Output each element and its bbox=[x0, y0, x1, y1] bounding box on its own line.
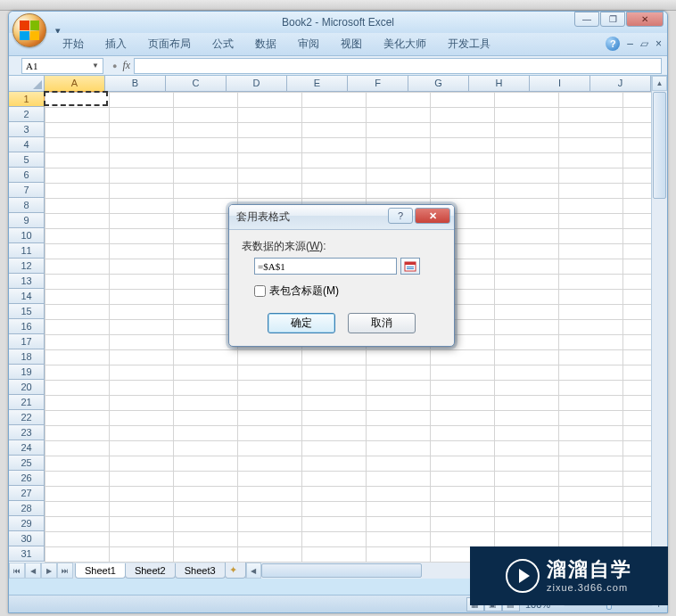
row-header[interactable]: 16 bbox=[9, 319, 45, 334]
titlebar: ▾ Book2 - Microsoft Excel — ❐ ✕ bbox=[9, 12, 667, 33]
column-header[interactable]: D bbox=[227, 76, 287, 92]
row-header[interactable]: 23 bbox=[9, 425, 45, 440]
tab-view[interactable]: 视图 bbox=[330, 33, 373, 55]
hscroll-thumb[interactable] bbox=[261, 563, 422, 578]
formula-expand-icon[interactable]: ● bbox=[112, 62, 117, 70]
dialog-close-button[interactable]: ✕ bbox=[415, 208, 450, 224]
row-header[interactable]: 18 bbox=[9, 349, 45, 365]
doc-close-icon[interactable]: × bbox=[655, 37, 662, 50]
column-header[interactable]: B bbox=[105, 76, 166, 92]
source-label: 表数据的来源(W): bbox=[242, 239, 441, 254]
column-header[interactable]: C bbox=[166, 76, 227, 92]
scroll-up-icon[interactable]: ▲ bbox=[652, 76, 667, 91]
sheet-tab-2[interactable]: Sheet2 bbox=[125, 563, 176, 579]
dialog-help-button[interactable]: ? bbox=[388, 208, 413, 224]
row-header[interactable]: 4 bbox=[9, 137, 45, 152]
dialog-titlebar[interactable]: 套用表格式 ? ✕ bbox=[229, 205, 454, 230]
row-header[interactable]: 11 bbox=[9, 243, 45, 259]
tab-formulas[interactable]: 公式 bbox=[202, 33, 244, 55]
row-header[interactable]: 5 bbox=[9, 152, 45, 168]
doc-restore-icon[interactable]: ▱ bbox=[640, 37, 648, 50]
vertical-scrollbar[interactable]: ▲ ▼ bbox=[651, 76, 667, 563]
row-header[interactable]: 22 bbox=[9, 410, 45, 425]
svg-rect-3 bbox=[407, 268, 414, 269]
help-icon[interactable]: ? bbox=[606, 37, 620, 51]
tab-pagelayout[interactable]: 页面布局 bbox=[137, 33, 202, 55]
column-header[interactable]: A bbox=[45, 76, 105, 92]
row-header[interactable]: 27 bbox=[9, 486, 45, 501]
column-header[interactable]: J bbox=[590, 76, 651, 92]
row-header[interactable]: 7 bbox=[9, 183, 45, 198]
formula-bar: A1 ▼ ● fx bbox=[9, 56, 667, 76]
row-header[interactable]: 19 bbox=[9, 365, 45, 380]
row-header[interactable]: 20 bbox=[9, 380, 45, 395]
row-header[interactable]: 13 bbox=[9, 274, 45, 289]
tab-data[interactable]: 数据 bbox=[244, 33, 287, 55]
row-header[interactable]: 25 bbox=[9, 456, 45, 471]
row-header[interactable]: 1 bbox=[9, 92, 45, 107]
row-header[interactable]: 26 bbox=[9, 471, 45, 486]
column-header[interactable]: F bbox=[348, 76, 408, 92]
row-header[interactable]: 6 bbox=[9, 168, 45, 183]
formula-input[interactable] bbox=[134, 58, 662, 74]
range-selector-button[interactable] bbox=[400, 258, 420, 275]
has-headers-checkbox[interactable] bbox=[254, 285, 266, 297]
maximize-button[interactable]: ❐ bbox=[600, 12, 625, 27]
tab-beautify[interactable]: 美化大师 bbox=[373, 33, 437, 55]
row-header[interactable]: 3 bbox=[9, 122, 45, 137]
tab-insert[interactable]: 插入 bbox=[95, 33, 137, 55]
row-header[interactable]: 10 bbox=[9, 228, 45, 243]
window-title: Book2 - Microsoft Excel bbox=[282, 16, 394, 29]
watermark-overlay: 溜溜自学 zixue.3d66.com bbox=[470, 546, 668, 605]
svg-rect-1 bbox=[405, 262, 416, 265]
column-header[interactable]: I bbox=[530, 76, 590, 92]
tab-home[interactable]: 开始 bbox=[52, 33, 95, 55]
row-header[interactable]: 12 bbox=[9, 259, 45, 274]
vscroll-thumb[interactable] bbox=[653, 92, 666, 199]
range-input[interactable] bbox=[254, 258, 397, 275]
sheet-nav-prev[interactable]: ◀ bbox=[25, 563, 41, 579]
tab-developer[interactable]: 开发工具 bbox=[437, 33, 501, 55]
tab-review[interactable]: 审阅 bbox=[287, 33, 330, 55]
row-header[interactable]: 30 bbox=[9, 531, 45, 546]
dialog-title-text: 套用表格式 bbox=[236, 209, 290, 225]
row-header[interactable]: 31 bbox=[9, 546, 45, 562]
row-header[interactable]: 15 bbox=[9, 304, 45, 319]
row-header[interactable]: 28 bbox=[9, 501, 45, 516]
sheet-nav-first[interactable]: ⏮ bbox=[9, 563, 25, 579]
ribbon-tabs: 开始 插入 页面布局 公式 数据 审阅 视图 美化大师 开发工具 ? – ▱ × bbox=[9, 33, 667, 56]
fx-label[interactable]: fx bbox=[122, 59, 130, 72]
row-header[interactable]: 9 bbox=[9, 213, 45, 228]
excel-window: ▾ Book2 - Microsoft Excel — ❐ ✕ 开始 插入 页面… bbox=[8, 11, 668, 613]
row-header[interactable]: 14 bbox=[9, 289, 45, 304]
column-header[interactable]: G bbox=[408, 76, 469, 92]
row-header[interactable]: 8 bbox=[9, 198, 45, 213]
cancel-button[interactable]: 取消 bbox=[348, 313, 416, 333]
sheet-tab-3[interactable]: Sheet3 bbox=[175, 563, 226, 579]
sheet-nav-last[interactable]: ⏭ bbox=[57, 563, 73, 579]
play-icon bbox=[506, 559, 540, 593]
ok-button[interactable]: 确定 bbox=[268, 313, 335, 333]
row-header[interactable]: 17 bbox=[9, 334, 45, 349]
sheet-nav-next[interactable]: ▶ bbox=[41, 563, 57, 579]
row-header[interactable]: 2 bbox=[9, 107, 45, 122]
sheet-tab-1[interactable]: Sheet1 bbox=[75, 563, 126, 579]
row-header[interactable]: 21 bbox=[9, 395, 45, 410]
scroll-left-icon[interactable]: ◀ bbox=[246, 563, 261, 579]
name-box-value: A1 bbox=[26, 61, 37, 71]
minimize-button[interactable]: — bbox=[574, 12, 599, 27]
column-header[interactable]: E bbox=[287, 76, 348, 92]
office-button[interactable] bbox=[12, 13, 46, 47]
svg-rect-2 bbox=[407, 267, 414, 267]
has-headers-label: 表包含标题(M) bbox=[269, 283, 339, 299]
column-header[interactable]: H bbox=[469, 76, 530, 92]
row-header[interactable]: 24 bbox=[9, 440, 45, 456]
row-header[interactable]: 29 bbox=[9, 516, 45, 531]
select-all-button[interactable] bbox=[9, 76, 45, 92]
close-button[interactable]: ✕ bbox=[626, 12, 664, 27]
name-box[interactable]: A1 ▼ bbox=[21, 58, 103, 74]
new-sheet-button[interactable]: ✦ bbox=[225, 563, 246, 579]
selected-cell-marquee bbox=[44, 91, 108, 106]
name-box-dropdown-icon[interactable]: ▼ bbox=[92, 62, 99, 70]
doc-minimize-icon[interactable]: – bbox=[627, 37, 633, 50]
